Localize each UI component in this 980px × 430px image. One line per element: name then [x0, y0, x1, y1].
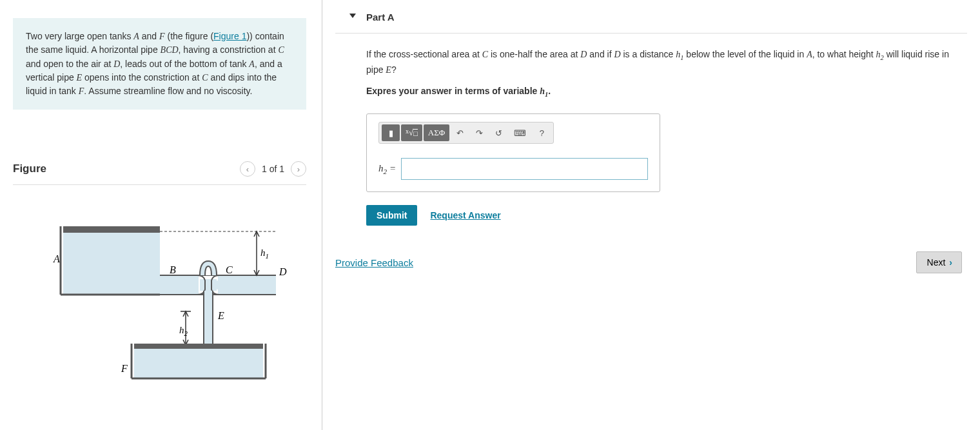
chevron-right-icon: ›: [949, 257, 952, 268]
submit-button[interactable]: Submit: [366, 205, 417, 226]
label-A: A: [53, 253, 60, 264]
svg-rect-15: [134, 346, 263, 378]
figure-diagram: A B C D h1: [13, 211, 306, 391]
reset-icon[interactable]: ↺: [489, 124, 507, 141]
svg-rect-1: [63, 226, 160, 233]
label-E: E: [217, 310, 224, 321]
part-title: Part A: [366, 12, 395, 23]
figure-next-button[interactable]: ›: [291, 161, 306, 177]
svg-rect-16: [134, 344, 263, 349]
svg-rect-5: [200, 279, 217, 291]
equation-toolbar: ▮ x√□ ΑΣΦ ↶ ↷ ↺ ⌨ ?: [378, 122, 554, 144]
label-h2: h2: [179, 325, 188, 337]
svg-rect-0: [63, 230, 160, 295]
request-answer-link[interactable]: Request Answer: [430, 210, 500, 220]
figure-title: Figure: [13, 162, 46, 175]
provide-feedback-link[interactable]: Provide Feedback: [335, 257, 413, 268]
greek-icon[interactable]: ΑΣΦ: [424, 124, 449, 141]
templates-icon[interactable]: ▮: [382, 124, 400, 141]
caret-down-icon: [349, 14, 356, 18]
figure-nav-text: 1 of 1: [262, 164, 284, 174]
undo-icon[interactable]: ↶: [451, 124, 469, 141]
figure-prev-button[interactable]: ‹: [240, 161, 255, 177]
redo-icon[interactable]: ↷: [470, 124, 488, 141]
label-h1: h1: [260, 248, 269, 260]
problem-statement: Two very large open tanks A and F (the f…: [13, 18, 306, 110]
next-button[interactable]: Next ›: [916, 251, 962, 273]
help-icon[interactable]: ?: [533, 124, 551, 141]
label-C: C: [226, 264, 233, 275]
answer-label: h2 =: [378, 163, 396, 175]
label-B: B: [170, 264, 176, 275]
label-F: F: [121, 363, 128, 374]
answer-box: ▮ x√□ ΑΣΦ ↶ ↷ ↺ ⌨ ? h2 =: [366, 113, 660, 192]
question-text: If the cross-sectional area at C is one-…: [366, 48, 961, 77]
sqrt-icon[interactable]: x√□: [401, 124, 422, 141]
part-header[interactable]: Part A: [335, 0, 967, 34]
answer-input[interactable]: [401, 158, 648, 180]
instruction-text: Expres your answer in terms of variable …: [366, 84, 961, 100]
figure-link[interactable]: Figure 1: [213, 31, 246, 41]
keyboard-icon[interactable]: ⌨: [509, 124, 531, 141]
label-D: D: [279, 266, 287, 277]
